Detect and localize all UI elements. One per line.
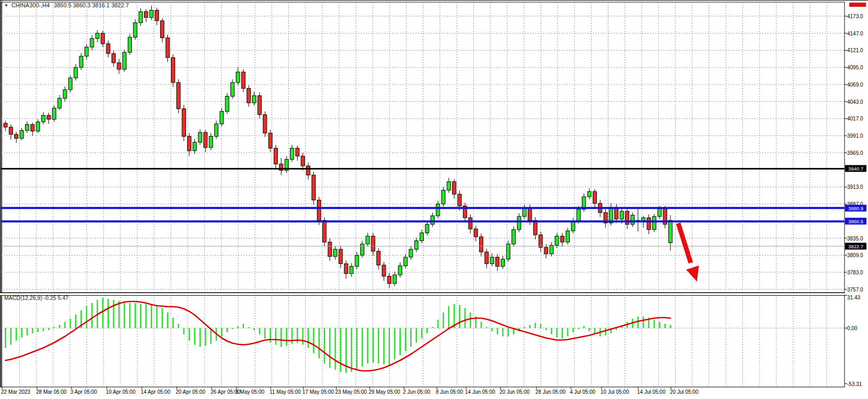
price-axis-label: 3835.0 [847, 235, 863, 241]
time-axis-label: 14 Apr 05:00 [141, 389, 170, 395]
price-level-badge: 3860.5 [845, 218, 866, 225]
price-axis-label: 4121.0 [847, 47, 863, 53]
mt4-chart-window: ▼CHINA300-,H43850.5 3860.3 3816.1 3822.7… [0, 0, 868, 399]
time-axis-label: 2 Jun 05:00 [403, 389, 430, 395]
time-axis-label: 4 Jul 05:00 [570, 389, 595, 395]
time-axis-label: 20 Jul 05:00 [670, 389, 699, 395]
price-axis-label: 4095.0 [847, 65, 863, 70]
ohlc-values: 3850.5 3860.3 3816.1 3822.7 [54, 2, 129, 8]
price-axis-label: 3991.0 [847, 133, 863, 139]
time-axis-label: 11 May 05:00 [270, 389, 301, 395]
price-axis-label: 4017.0 [847, 116, 863, 122]
time-axis-label: 14 Jun 05:00 [465, 389, 495, 395]
down-trend-arrow[interactable] [678, 223, 699, 282]
price-axis-label: 4069.0 [847, 81, 863, 87]
symbol-dropdown-icon[interactable]: ▼ [4, 3, 8, 8]
macd-axis-label: -53.31 [847, 381, 862, 386]
macd-axis-label: 31.43 [847, 295, 860, 300]
time-axis-label: 20 Apr 05:00 [176, 389, 205, 395]
time-axis-label: 8 Jun 05:00 [436, 389, 463, 395]
time-axis-label: 23 May 05:00 [335, 389, 367, 395]
chart-title: ▼CHINA300-,H43850.5 3860.3 3816.1 3822.7 [4, 2, 129, 8]
time-axis-label: 10 Apr 05:00 [106, 389, 136, 395]
time-axis-label: 28 Jun 05:00 [535, 389, 566, 395]
price-axis-label: 3913.0 [847, 184, 863, 190]
price-axis-label: 4173.0 [847, 14, 863, 19]
price-axis-label: 4147.0 [847, 30, 863, 36]
panel-splitter[interactable] [0, 293, 845, 296]
symbol-timeframe-label: CHINA300-,H4 [11, 2, 50, 8]
price-level-badge: 3822.7 [845, 243, 866, 250]
price-chart-canvas[interactable] [0, 1, 868, 399]
time-axis-label: 17 May 05:00 [302, 389, 334, 395]
price-level-badge: 3940.7 [845, 165, 866, 172]
price-axis-label: 4043.0 [847, 99, 863, 104]
time-axis-label: 5 May 05:00 [236, 389, 264, 395]
price-level-badge: 3880.9 [845, 204, 866, 211]
price-axis-label: 3809.0 [847, 252, 863, 258]
time-axis-label: 29 May 05:00 [369, 389, 400, 395]
time-axis-label: 3 Apr 05:00 [70, 389, 97, 395]
price-axis-label: 3783.0 [847, 270, 863, 275]
time-axis-label: 10 Jul 05:00 [601, 389, 629, 395]
time-axis-label: 28 Mar 05:00 [36, 389, 67, 395]
time-axis-label: 14 Jul 05:00 [637, 389, 666, 395]
macd-axis-label: 0.00 [847, 325, 857, 331]
record-marker [849, 3, 866, 7]
time-axis-label: 22 Mar 2023 [1, 389, 30, 395]
time-axis-label: 20 Jun 05:00 [499, 389, 530, 395]
price-axis-label: 3965.0 [847, 150, 863, 155]
price-axis-label: 3757.0 [847, 286, 863, 292]
